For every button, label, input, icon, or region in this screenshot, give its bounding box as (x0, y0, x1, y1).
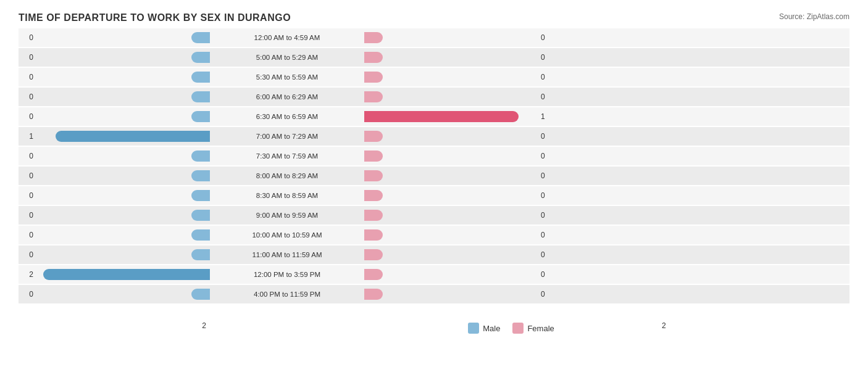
male-bar-area (37, 52, 210, 63)
time-label: 12:00 AM to 4:59 AM (210, 34, 364, 41)
right-value: 0 (537, 290, 556, 299)
female-bar-area (364, 229, 537, 241)
left-value: 0 (19, 33, 37, 42)
right-value: 0 (537, 53, 556, 62)
left-value: 0 (19, 93, 37, 101)
male-bar (191, 289, 210, 300)
chart-container: TIME OF DEPARTURE TO WORK BY SEX IN DURA… (0, 0, 868, 367)
bar-row: 04:00 PM to 11:59 PM0 (19, 285, 849, 303)
male-bar (191, 249, 210, 260)
left-value: 0 (19, 73, 37, 81)
female-bar-area (364, 210, 537, 221)
female-bar (364, 111, 519, 122)
female-bar-area (364, 111, 537, 122)
left-value: 0 (19, 171, 37, 180)
female-bar (364, 269, 383, 280)
female-bar-area (364, 131, 537, 142)
male-bar-area (37, 151, 210, 162)
right-value: 0 (537, 231, 556, 239)
male-bar (43, 269, 210, 280)
time-label: 10:00 AM to 10:59 AM (210, 231, 364, 239)
left-value: 0 (19, 53, 37, 62)
left-value: 0 (19, 152, 37, 160)
male-bar-area (37, 210, 210, 221)
time-label: 5:30 AM to 5:59 AM (210, 73, 364, 81)
time-label: 7:00 AM to 7:29 AM (210, 133, 364, 140)
male-bar (191, 170, 210, 181)
male-bar-area (37, 289, 210, 300)
male-bar (191, 151, 210, 162)
bar-row: 012:00 AM to 4:59 AM0 (19, 28, 849, 47)
axis-left-label: 2 (19, 321, 210, 330)
bar-row: 06:30 AM to 6:59 AM1 (19, 107, 849, 126)
bar-row: 08:00 AM to 8:29 AM0 (19, 167, 849, 185)
female-bar-area (364, 52, 537, 63)
female-bar (364, 151, 383, 162)
right-value: 0 (537, 171, 556, 180)
source-text: Source: ZipAtlas.com (779, 12, 849, 21)
right-value: 0 (537, 211, 556, 220)
left-value: 2 (19, 270, 37, 279)
time-label: 5:00 AM to 5:29 AM (210, 54, 364, 61)
male-bar (191, 32, 210, 43)
male-bar (191, 190, 210, 201)
time-label: 12:00 PM to 3:59 PM (210, 271, 364, 278)
time-label: 7:30 AM to 7:59 AM (210, 152, 364, 160)
female-bar-area (364, 72, 537, 83)
male-bar-area (37, 229, 210, 241)
male-bar (191, 52, 210, 63)
male-bar-area (37, 249, 210, 260)
male-bar (191, 72, 210, 83)
axis-right-label: 2 (658, 321, 849, 330)
right-value: 0 (537, 250, 556, 259)
legend-female-label: Female (527, 324, 554, 333)
bar-row: 05:30 AM to 5:59 AM0 (19, 68, 849, 86)
bar-row: 011:00 AM to 11:59 AM0 (19, 245, 849, 264)
left-value: 0 (19, 112, 37, 121)
left-value: 1 (19, 132, 37, 141)
male-bar-area (37, 131, 210, 142)
female-bar-area (364, 269, 537, 280)
legend-male: Male (468, 323, 500, 334)
left-value: 0 (19, 191, 37, 200)
right-value: 0 (537, 191, 556, 200)
time-label: 8:00 AM to 8:29 AM (210, 172, 364, 179)
legend: Male Female (364, 323, 658, 334)
left-value: 0 (19, 211, 37, 220)
female-bar-area (364, 91, 537, 102)
right-value: 0 (537, 93, 556, 101)
male-bar-area (37, 32, 210, 43)
bar-row: 06:00 AM to 6:29 AM0 (19, 88, 849, 106)
female-bar (364, 72, 383, 83)
male-bar-area (37, 190, 210, 201)
male-bar (56, 131, 210, 142)
time-label: 9:00 AM to 9:59 AM (210, 212, 364, 219)
male-bar-area (37, 91, 210, 102)
female-bar (364, 52, 383, 63)
female-bar (364, 210, 383, 221)
female-bar-area (364, 32, 537, 43)
female-bar (364, 190, 383, 201)
time-label: 11:00 AM to 11:59 AM (210, 251, 364, 258)
chart-title: TIME OF DEPARTURE TO WORK BY SEX IN DURA… (19, 12, 849, 23)
female-bar (364, 249, 383, 260)
right-value: 0 (537, 33, 556, 42)
time-label: 4:00 PM to 11:59 PM (210, 291, 364, 298)
left-value: 0 (19, 250, 37, 259)
left-value: 0 (19, 231, 37, 239)
legend-male-box (468, 323, 479, 334)
right-value: 1 (537, 112, 556, 121)
female-bar-area (364, 190, 537, 201)
female-bar-area (364, 289, 537, 300)
male-bar-area (37, 269, 210, 280)
bar-row: 17:00 AM to 7:29 AM0 (19, 127, 849, 146)
female-bar-area (364, 170, 537, 181)
right-value: 0 (537, 132, 556, 141)
female-bar-area (364, 249, 537, 260)
bar-row: 05:00 AM to 5:29 AM0 (19, 48, 849, 67)
female-bar (364, 32, 383, 43)
bottom-axis: 2 Male Female 2 (19, 318, 849, 334)
bar-row: 010:00 AM to 10:59 AM0 (19, 226, 849, 244)
bar-row: 08:30 AM to 8:59 AM0 (19, 186, 849, 205)
bar-row: 212:00 PM to 3:59 PM0 (19, 265, 849, 284)
